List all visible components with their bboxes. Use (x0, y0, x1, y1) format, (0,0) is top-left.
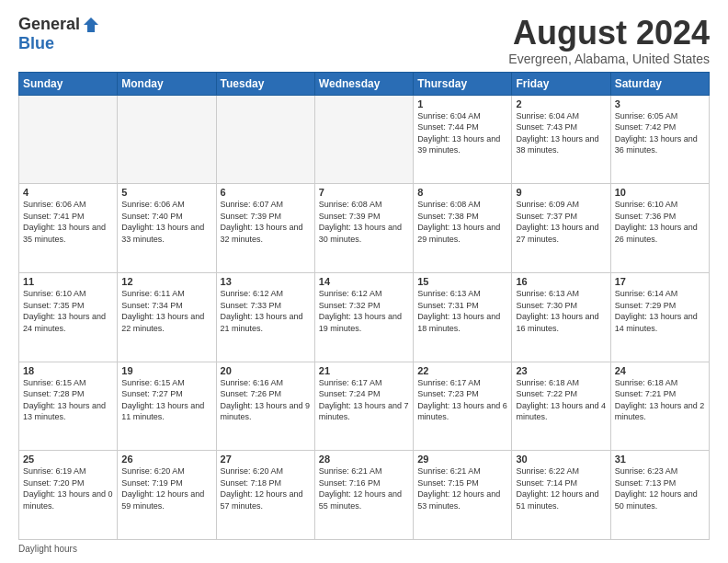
day-number: 27 (221, 454, 311, 465)
day-number: 1 (417, 98, 507, 109)
day-number: 12 (121, 276, 211, 287)
calendar-cell: 19Sunrise: 6:15 AMSunset: 7:27 PMDayligh… (118, 362, 216, 451)
col-thursday: Thursday (414, 72, 512, 95)
day-info: Sunrise: 6:06 AMSunset: 7:41 PMDaylight:… (23, 199, 113, 245)
subtitle: Evergreen, Alabama, United States (508, 52, 710, 66)
day-number: 22 (417, 365, 507, 376)
svg-marker-0 (84, 17, 98, 32)
calendar-cell: 31Sunrise: 6:23 AMSunset: 7:13 PMDayligh… (610, 451, 709, 540)
day-number: 20 (221, 365, 311, 376)
col-sunday: Sunday (19, 72, 118, 95)
day-info: Sunrise: 6:11 AMSunset: 7:34 PMDaylight:… (121, 288, 211, 334)
day-number: 28 (319, 454, 409, 465)
day-info: Sunrise: 6:15 AMSunset: 7:27 PMDaylight:… (121, 377, 211, 423)
day-info: Sunrise: 6:22 AMSunset: 7:14 PMDaylight:… (516, 465, 606, 511)
calendar-cell: 17Sunrise: 6:14 AMSunset: 7:29 PMDayligh… (610, 272, 709, 362)
calendar-cell: 1Sunrise: 6:04 AMSunset: 7:44 PMDaylight… (414, 95, 512, 184)
calendar-table: Sunday Monday Tuesday Wednesday Thursday… (18, 72, 710, 540)
calendar-cell: 30Sunrise: 6:22 AMSunset: 7:14 PMDayligh… (512, 451, 610, 540)
day-info: Sunrise: 6:08 AMSunset: 7:39 PMDaylight:… (319, 199, 409, 245)
calendar-cell: 28Sunrise: 6:21 AMSunset: 7:16 PMDayligh… (314, 451, 413, 540)
day-number: 24 (615, 365, 705, 376)
day-info: Sunrise: 6:10 AMSunset: 7:35 PMDaylight:… (23, 288, 113, 334)
main-title: August 2024 (508, 15, 710, 52)
calendar-cell: 9Sunrise: 6:09 AMSunset: 7:37 PMDaylight… (512, 184, 610, 273)
day-number: 23 (516, 365, 606, 376)
week-row-4: 18Sunrise: 6:15 AMSunset: 7:28 PMDayligh… (19, 362, 710, 451)
calendar-cell: 21Sunrise: 6:17 AMSunset: 7:24 PMDayligh… (314, 362, 413, 451)
calendar-cell: 20Sunrise: 6:16 AMSunset: 7:26 PMDayligh… (216, 362, 314, 451)
logo-general: General (18, 15, 80, 34)
day-number: 2 (516, 98, 606, 109)
day-info: Sunrise: 6:18 AMSunset: 7:22 PMDaylight:… (516, 377, 606, 423)
day-info: Sunrise: 6:10 AMSunset: 7:36 PMDaylight:… (615, 199, 705, 245)
day-info: Sunrise: 6:04 AMSunset: 7:43 PMDaylight:… (516, 110, 606, 156)
week-row-3: 11Sunrise: 6:10 AMSunset: 7:35 PMDayligh… (19, 272, 710, 362)
day-number: 30 (516, 454, 606, 465)
day-info: Sunrise: 6:12 AMSunset: 7:33 PMDaylight:… (221, 288, 311, 334)
day-info: Sunrise: 6:06 AMSunset: 7:40 PMDaylight:… (121, 199, 211, 245)
day-number: 25 (23, 454, 113, 465)
day-number: 14 (319, 276, 409, 287)
day-number: 16 (516, 276, 606, 287)
logo: General Blue (18, 15, 100, 53)
day-info: Sunrise: 6:19 AMSunset: 7:20 PMDaylight:… (23, 465, 113, 511)
day-number: 26 (121, 454, 211, 465)
day-info: Sunrise: 6:13 AMSunset: 7:30 PMDaylight:… (516, 288, 606, 334)
col-saturday: Saturday (610, 72, 709, 95)
day-number: 19 (121, 365, 211, 376)
day-info: Sunrise: 6:21 AMSunset: 7:15 PMDaylight:… (417, 465, 507, 511)
day-info: Sunrise: 6:08 AMSunset: 7:38 PMDaylight:… (417, 199, 507, 245)
calendar-cell: 29Sunrise: 6:21 AMSunset: 7:15 PMDayligh… (414, 451, 512, 540)
logo-icon (82, 16, 100, 34)
calendar-cell: 6Sunrise: 6:07 AMSunset: 7:39 PMDaylight… (216, 184, 314, 273)
col-monday: Monday (118, 72, 216, 95)
calendar-cell: 23Sunrise: 6:18 AMSunset: 7:22 PMDayligh… (512, 362, 610, 451)
calendar-cell: 27Sunrise: 6:20 AMSunset: 7:18 PMDayligh… (216, 451, 314, 540)
day-info: Sunrise: 6:18 AMSunset: 7:21 PMDaylight:… (615, 377, 705, 423)
day-info: Sunrise: 6:04 AMSunset: 7:44 PMDaylight:… (417, 110, 507, 156)
day-info: Sunrise: 6:14 AMSunset: 7:29 PMDaylight:… (615, 288, 705, 334)
day-number: 21 (319, 365, 409, 376)
col-friday: Friday (512, 72, 610, 95)
calendar-cell: 18Sunrise: 6:15 AMSunset: 7:28 PMDayligh… (19, 362, 118, 451)
calendar-cell: 7Sunrise: 6:08 AMSunset: 7:39 PMDaylight… (314, 184, 413, 273)
calendar-cell (216, 95, 314, 184)
calendar-cell: 13Sunrise: 6:12 AMSunset: 7:33 PMDayligh… (216, 272, 314, 362)
day-info: Sunrise: 6:20 AMSunset: 7:18 PMDaylight:… (221, 465, 311, 511)
calendar-cell: 5Sunrise: 6:06 AMSunset: 7:40 PMDaylight… (118, 184, 216, 273)
calendar-cell: 15Sunrise: 6:13 AMSunset: 7:31 PMDayligh… (414, 272, 512, 362)
calendar-cell (118, 95, 216, 184)
day-number: 6 (221, 187, 311, 198)
day-info: Sunrise: 6:16 AMSunset: 7:26 PMDaylight:… (221, 377, 311, 423)
calendar-cell: 25Sunrise: 6:19 AMSunset: 7:20 PMDayligh… (19, 451, 118, 540)
calendar-cell: 10Sunrise: 6:10 AMSunset: 7:36 PMDayligh… (610, 184, 709, 273)
day-info: Sunrise: 6:17 AMSunset: 7:24 PMDaylight:… (319, 377, 409, 423)
day-number: 11 (23, 276, 113, 287)
calendar-cell: 2Sunrise: 6:04 AMSunset: 7:43 PMDaylight… (512, 95, 610, 184)
week-row-1: 1Sunrise: 6:04 AMSunset: 7:44 PMDaylight… (19, 95, 710, 184)
day-info: Sunrise: 6:07 AMSunset: 7:39 PMDaylight:… (221, 199, 311, 245)
calendar-cell: 8Sunrise: 6:08 AMSunset: 7:38 PMDaylight… (414, 184, 512, 273)
day-number: 29 (417, 454, 507, 465)
logo-blue: Blue (18, 34, 54, 53)
calendar-cell: 12Sunrise: 6:11 AMSunset: 7:34 PMDayligh… (118, 272, 216, 362)
day-info: Sunrise: 6:23 AMSunset: 7:13 PMDaylight:… (615, 465, 705, 511)
day-number: 8 (417, 187, 507, 198)
calendar-cell (314, 95, 413, 184)
footer-note: Daylight hours (18, 544, 710, 554)
day-number: 9 (516, 187, 606, 198)
calendar-cell: 22Sunrise: 6:17 AMSunset: 7:23 PMDayligh… (414, 362, 512, 451)
calendar-cell: 11Sunrise: 6:10 AMSunset: 7:35 PMDayligh… (19, 272, 118, 362)
day-info: Sunrise: 6:21 AMSunset: 7:16 PMDaylight:… (319, 465, 409, 511)
calendar-cell (19, 95, 118, 184)
day-info: Sunrise: 6:09 AMSunset: 7:37 PMDaylight:… (516, 199, 606, 245)
week-row-5: 25Sunrise: 6:19 AMSunset: 7:20 PMDayligh… (19, 451, 710, 540)
day-number: 7 (319, 187, 409, 198)
day-number: 31 (615, 454, 705, 465)
calendar-cell: 24Sunrise: 6:18 AMSunset: 7:21 PMDayligh… (610, 362, 709, 451)
calendar-cell: 3Sunrise: 6:05 AMSunset: 7:42 PMDaylight… (610, 95, 709, 184)
day-number: 5 (121, 187, 211, 198)
day-info: Sunrise: 6:17 AMSunset: 7:23 PMDaylight:… (417, 377, 507, 423)
day-number: 15 (417, 276, 507, 287)
